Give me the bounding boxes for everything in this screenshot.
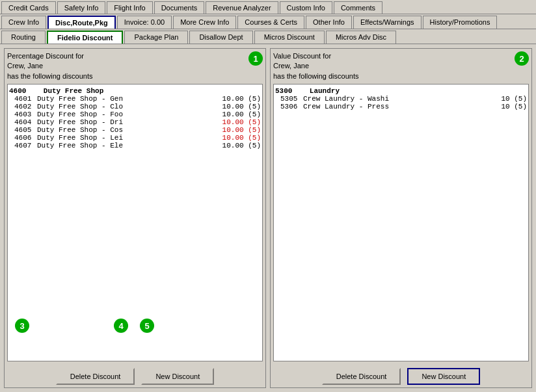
list-item: 4605 Duty Free Shop - Cos 10.00 (5): [14, 126, 261, 134]
tab-more-crew-info[interactable]: More Crew Info: [173, 16, 236, 29]
sub-tab-disallow-dept[interactable]: Disallow Dept: [189, 31, 252, 44]
left-panel: Percentage Discount for Crew, Jane has t…: [4, 48, 266, 388]
left-discount-list-container[interactable]: 4600 Duty Free Shop 4601 Duty Free Shop …: [7, 84, 263, 361]
left-panel-title: Percentage Discount for Crew, Jane has t…: [7, 51, 246, 81]
discount-panels: Percentage Discount for Crew, Jane has t…: [4, 48, 532, 388]
list-item: 4603 Duty Free Shop - Foo 10.00 (5): [14, 111, 261, 118]
item-value: 10.00 (5): [222, 142, 261, 150]
item-code: 4606: [14, 134, 37, 142]
item-code: 4603: [14, 111, 37, 118]
tab-other-info[interactable]: Other Info: [306, 16, 352, 29]
item-name: Crew Laundry - Press: [303, 103, 488, 111]
tab-documents[interactable]: Documents: [154, 1, 205, 14]
tab-row-1: Credit Cards Safety Info Flight Info Doc…: [0, 0, 536, 14]
item-value: 10 (5): [488, 95, 527, 103]
list-item: 5306 Crew Laundry - Press 10 (5): [280, 103, 527, 111]
item-name: Duty Free Shop - Dri: [37, 118, 222, 126]
badge-5: 5: [140, 319, 154, 333]
right-panel-header: Value Discount for Crew, Jane has the fo…: [273, 51, 529, 81]
content-area: Percentage Discount for Crew, Jane has t…: [0, 44, 536, 392]
item-name: Duty Free Shop - Clo: [37, 103, 222, 111]
left-title-line2: Crew, Jane: [7, 62, 43, 70]
right-title-line1: Value Discount for: [273, 52, 331, 60]
item-name: Duty Free Shop - Cos: [37, 126, 222, 134]
sub-tab-row: Routing Fidelio Discount Package Plan Di…: [0, 29, 536, 44]
badge-4: 4: [114, 319, 128, 333]
item-value: 10.00 (5): [222, 134, 261, 142]
item-code: 4601: [14, 95, 37, 103]
list-item: 4607 Duty Free Shop - Ele 10.00 (5): [14, 142, 261, 150]
list-item: 5305 Crew Laundry - Washi 10 (5): [280, 95, 527, 103]
left-delete-discount-button[interactable]: Delete Discount: [56, 368, 135, 385]
tab-flight-info[interactable]: Flight Info: [107, 1, 152, 14]
tab-disc-route-pkg[interactable]: Disc,Route,Pkg: [47, 16, 116, 29]
sub-tab-package-plan[interactable]: Package Plan: [124, 31, 188, 44]
tab-crew-info[interactable]: Crew Info: [1, 16, 46, 29]
badge-1: 1: [248, 51, 263, 66]
tab-courses-certs[interactable]: Courses & Certs: [237, 16, 304, 29]
item-code: 4605: [14, 126, 37, 134]
right-panel-title: Value Discount for Crew, Jane has the fo…: [273, 51, 512, 81]
right-dept-header: 5300 Laundry: [275, 87, 527, 95]
sub-tab-fidelio-discount[interactable]: Fidelio Discount: [47, 31, 124, 44]
right-delete-discount-button[interactable]: Delete Discount: [322, 368, 401, 385]
sub-tab-routing[interactable]: Routing: [1, 31, 46, 44]
item-code: 4602: [14, 103, 37, 111]
tab-safety-info[interactable]: Safety Info: [57, 1, 106, 14]
right-dept-name: Laundry: [310, 87, 340, 95]
item-code: 4604: [14, 118, 37, 126]
left-panel-header: Percentage Discount for Crew, Jane has t…: [7, 51, 263, 81]
item-code: 5305: [280, 95, 303, 103]
item-value: 10.00 (5): [222, 103, 261, 111]
tab-custom-info[interactable]: Custom Info: [280, 1, 332, 14]
left-discount-list: 4600 Duty Free Shop 4601 Duty Free Shop …: [9, 87, 261, 150]
left-title-line1: Percentage Discount for: [7, 52, 84, 60]
item-name: Duty Free Shop - Gen: [37, 95, 222, 103]
tab-comments[interactable]: Comments: [334, 1, 382, 14]
left-title-line3: has the following discounts: [7, 72, 92, 80]
item-name: Duty Free Shop - Foo: [37, 111, 222, 118]
right-title-line3: has the following discounts: [273, 72, 358, 80]
tab-effects-warnings[interactable]: Effects/Warnings: [353, 16, 422, 29]
right-discount-list: 5300 Laundry 5305 Crew Laundry - Washi 1…: [275, 87, 527, 111]
tab-invoice[interactable]: Invoice: 0.00: [117, 16, 172, 29]
item-name: Duty Free Shop - Ele: [37, 142, 222, 150]
left-panel-footer: Delete Discount New Discount: [7, 365, 263, 385]
item-value: 10.00 (5): [222, 111, 261, 118]
sub-tab-micros-adv-disc[interactable]: Micros Adv Disc: [326, 31, 396, 44]
left-dept-code: 4600: [9, 87, 26, 95]
list-item: 4601 Duty Free Shop - Gen 10.00 (5): [14, 95, 261, 103]
right-new-discount-button[interactable]: New Discount: [407, 368, 480, 385]
list-item: 4602 Duty Free Shop - Clo 10.00 (5): [14, 103, 261, 111]
right-discount-list-container[interactable]: 5300 Laundry 5305 Crew Laundry - Washi 1…: [273, 84, 529, 361]
right-panel: Value Discount for Crew, Jane has the fo…: [270, 48, 532, 388]
left-new-discount-button[interactable]: New Discount: [141, 368, 214, 385]
badge-2: 2: [515, 51, 529, 66]
list-item: 4606 Duty Free Shop - Lei 10.00 (5): [14, 134, 261, 142]
left-dept-name: Duty Free Shop: [44, 87, 103, 95]
main-container: Credit Cards Safety Info Flight Info Doc…: [0, 0, 536, 392]
badge-3: 3: [15, 319, 29, 333]
item-value: 10.00 (5): [222, 95, 261, 103]
tab-history-promotions[interactable]: History/Promotions: [423, 16, 498, 29]
list-item: 4604 Duty Free Shop - Dri 10.00 (5): [14, 118, 261, 126]
item-value: 10 (5): [488, 103, 527, 111]
item-name: Crew Laundry - Washi: [303, 95, 488, 103]
item-code: 5306: [280, 103, 303, 111]
item-name: Duty Free Shop - Lei: [37, 134, 222, 142]
item-value: 10.00 (5): [222, 118, 261, 126]
right-title-line2: Crew, Jane: [273, 62, 309, 70]
right-dept-code: 5300: [275, 87, 292, 95]
item-code: 4607: [14, 142, 37, 150]
tab-revenue-analyzer[interactable]: Revenue Analyzer: [206, 1, 278, 14]
sub-tab-micros-discount[interactable]: Micros Discount: [254, 31, 325, 44]
left-dept-header: 4600 Duty Free Shop: [9, 87, 261, 95]
right-panel-footer: Delete Discount New Discount: [273, 365, 529, 385]
tab-row-2: Crew Info Disc,Route,Pkg Invoice: 0.00 M…: [0, 14, 536, 29]
item-value: 10.00 (5): [222, 126, 261, 134]
tab-credit-cards[interactable]: Credit Cards: [1, 1, 56, 14]
